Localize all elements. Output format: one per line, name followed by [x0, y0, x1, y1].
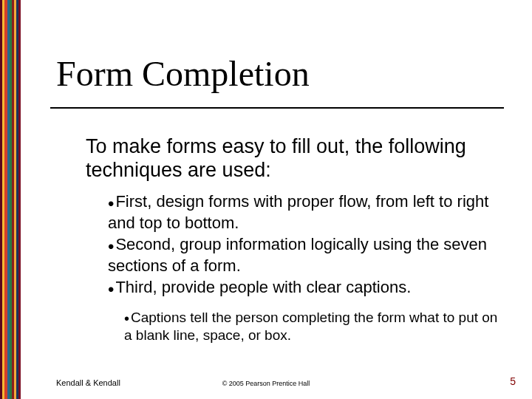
bullet-text: Captions tell the person completing the …	[124, 310, 497, 343]
bullet-icon: •	[108, 193, 114, 214]
slide-title: Form Completion	[56, 53, 310, 94]
bullet-text: Third, provide people with clear caption…	[115, 278, 411, 296]
title-underline	[50, 107, 504, 109]
bullet-item: •First, design forms with proper flow, f…	[108, 192, 507, 233]
bullet-icon: •	[108, 279, 114, 300]
bullet-text: First, design forms with proper flow, fr…	[108, 192, 488, 232]
bullet-item: •Second, group information logically usi…	[108, 235, 507, 276]
bullet-item: •Third, provide people with clear captio…	[108, 278, 507, 299]
decorative-stripe	[0, 0, 21, 399]
slide-number: 5	[510, 375, 516, 387]
intro-text: To make forms easy to fill out, the foll…	[86, 134, 499, 183]
bullet-list-level2: •Captions tell the person completing the…	[124, 309, 501, 344]
bullet-item: •Captions tell the person completing the…	[124, 309, 501, 344]
footer-copyright: © 2005 Pearson Prentice Hall	[0, 380, 532, 387]
bullet-icon: •	[108, 236, 114, 257]
bullet-icon: •	[124, 310, 129, 327]
bullet-list-level1: •First, design forms with proper flow, f…	[108, 192, 507, 301]
bullet-text: Second, group information logically usin…	[108, 235, 487, 275]
